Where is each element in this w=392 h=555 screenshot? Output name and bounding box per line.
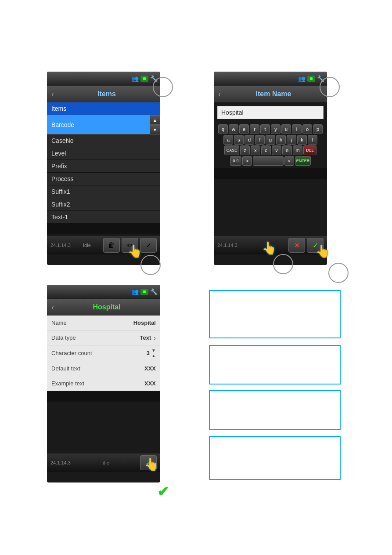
key-q[interactable]: q: [218, 124, 228, 134]
screen2-header: 👥 🔧: [214, 72, 327, 86]
grid-icon: [140, 76, 148, 82]
cancel-button-2[interactable]: ✕: [288, 238, 305, 253]
key-o[interactable]: o: [302, 124, 312, 134]
screen3-title: Hospital: [58, 303, 156, 311]
back-button-3[interactable]: ‹: [51, 303, 54, 312]
list-item-level[interactable]: Level: [47, 147, 160, 160]
arrow-down-icon[interactable]: ▲: [151, 353, 156, 358]
key-h[interactable]: h: [276, 135, 286, 145]
key-del[interactable]: DEL: [303, 145, 316, 155]
list-item-caseno[interactable]: CaseNo: [47, 134, 160, 147]
form-row-defaulttext: Default text XXX: [47, 361, 160, 376]
key-f[interactable]: f: [255, 135, 265, 145]
circle-indicator-4: [273, 254, 293, 274]
updown-arrows[interactable]: ▼ ▲: [151, 348, 156, 358]
blue-rect-3: [209, 390, 341, 430]
form-row-charcount[interactable]: Character count 3 ▼ ▲: [47, 345, 160, 361]
key-gt[interactable]: >: [242, 156, 252, 166]
form-row-datatype[interactable]: Data type Text ›: [47, 330, 160, 345]
form-value-datatype: Text: [140, 334, 151, 341]
key-enter[interactable]: ENTER: [295, 156, 311, 166]
screen3-bottom-bar: 24.1.14.3 Idle ✓: [47, 453, 160, 472]
key-l[interactable]: l: [308, 135, 317, 145]
key-r[interactable]: r: [250, 124, 259, 134]
screen1-header: 👥 🔧: [47, 72, 160, 86]
key-m[interactable]: m: [293, 145, 302, 155]
form-row-name: Name Hospital: [47, 316, 160, 330]
edit-button[interactable]: ✏: [122, 238, 138, 253]
people-icon: 👥: [131, 75, 139, 82]
check-icon: ✓: [146, 241, 151, 250]
trash-icon: 🗑: [108, 241, 115, 249]
key-t[interactable]: t: [260, 124, 270, 134]
circle-indicator-3: [320, 77, 340, 97]
back-button[interactable]: ‹: [51, 90, 54, 99]
list-item-items[interactable]: Items: [47, 102, 160, 115]
list-item-suffix1[interactable]: Suffix1: [47, 185, 160, 198]
kbd-row-2: a s d f g h j k l: [216, 135, 325, 145]
back-button-2[interactable]: ‹: [218, 90, 221, 99]
scroll-down-button[interactable]: ▼: [150, 125, 160, 134]
form-label-name: Name: [51, 319, 133, 326]
people-icon-3: 👥: [131, 288, 139, 295]
screen2-bottom-bar: 24.1.14.3 ✕ ✓: [214, 236, 327, 254]
key-z[interactable]: z: [240, 145, 250, 155]
key-w[interactable]: w: [229, 124, 238, 134]
form-row-exampletext: Example text XXX: [47, 376, 160, 391]
grid-icon-2: [307, 76, 315, 82]
screen2-item-name: 👥 🔧 ‹ Item Name q w e r t y u i o p a s …: [214, 72, 327, 265]
key-09[interactable]: 0-9: [230, 156, 241, 166]
screen1-list: Items Barcode ▲ ▼ CaseNo Level Prefix Pr…: [47, 102, 160, 224]
list-item-barcode[interactable]: Barcode: [47, 115, 150, 134]
blue-rect-2: [209, 345, 341, 385]
key-a[interactable]: a: [223, 135, 233, 145]
screen3-idle: Idle: [101, 460, 109, 465]
list-item-suffix2[interactable]: Suffix2: [47, 198, 160, 211]
form-value-charcount: 3: [147, 350, 150, 356]
key-c[interactable]: c: [261, 145, 271, 155]
key-lt[interactable]: <: [284, 156, 294, 166]
list-item-process[interactable]: Process: [47, 173, 160, 185]
key-x[interactable]: x: [251, 145, 260, 155]
key-j[interactable]: j: [287, 135, 296, 145]
key-e[interactable]: e: [239, 124, 249, 134]
scroll-up-button[interactable]: ▲: [150, 115, 160, 125]
grid-icon-3: [140, 289, 148, 295]
check-icon-2: ✓: [313, 241, 318, 250]
key-s[interactable]: s: [234, 135, 244, 145]
key-v[interactable]: v: [272, 145, 281, 155]
key-p[interactable]: p: [313, 124, 323, 134]
screen1-status-bar: [47, 224, 160, 234]
key-d[interactable]: d: [245, 135, 254, 145]
list-item-text1[interactable]: Text-1: [47, 211, 160, 224]
key-y[interactable]: y: [271, 124, 281, 134]
key-space[interactable]: [253, 156, 284, 166]
form-label-exampletext: Example text: [51, 380, 144, 387]
key-g[interactable]: g: [266, 135, 275, 145]
confirm-button[interactable]: ✓: [140, 238, 157, 253]
key-case[interactable]: CASE: [224, 145, 239, 155]
circle-indicator-1: [153, 77, 173, 97]
key-u[interactable]: u: [281, 124, 291, 134]
circle-indicator-2: [140, 255, 161, 275]
blue-rect-1: [209, 290, 341, 338]
confirm-button-2[interactable]: ✓: [307, 238, 324, 253]
circle-indicator-5: [328, 263, 349, 283]
key-k[interactable]: k: [297, 135, 307, 145]
delete-button[interactable]: 🗑: [103, 238, 120, 253]
arrow-up-icon[interactable]: ▼: [151, 348, 156, 353]
key-i[interactable]: i: [292, 124, 302, 134]
wrench-icon-3: 🔧: [150, 288, 158, 295]
scroll-buttons: ▲ ▼: [150, 115, 160, 134]
arrow-right-icon: ›: [154, 334, 156, 341]
form-label-charcount: Character count: [51, 350, 147, 356]
list-item-prefix[interactable]: Prefix: [47, 160, 160, 173]
confirm-button-3[interactable]: ✓: [140, 455, 157, 470]
key-n[interactable]: n: [282, 145, 292, 155]
screen3-navbar: ‹ Hospital: [47, 299, 160, 316]
screen1-status: 24.1.14.3: [50, 243, 71, 248]
item-name-input[interactable]: [217, 106, 324, 119]
form-value-name: Hospital: [133, 319, 156, 326]
screen3-form: Name Hospital Data type Text › Character…: [47, 316, 160, 391]
form-label-defaulttext: Default text: [51, 365, 144, 372]
